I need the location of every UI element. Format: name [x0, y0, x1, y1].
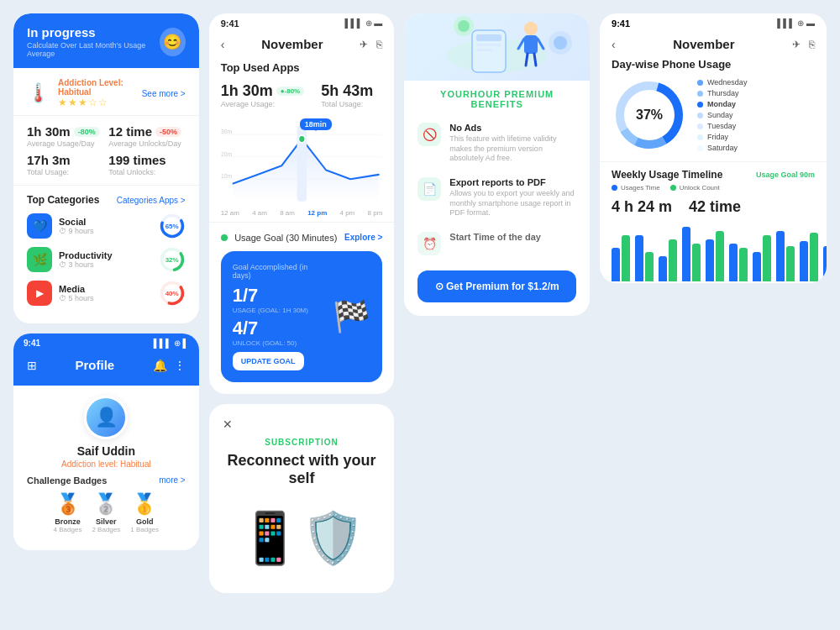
usage-summary: 1h 30m ●-80% Average Usage: 5h 43m Total… — [209, 82, 395, 117]
profile-status-bar: 9:41 ▌▌▌ ⊕ ▌ — [13, 333, 199, 353]
total-usage-item: 5h 43m Total Usage: — [321, 82, 373, 108]
close-btn[interactable]: ✕ — [223, 417, 381, 431]
badges-title: Challenge Badges — [27, 475, 107, 486]
see-more-link[interactable]: See more > — [142, 89, 186, 98]
export-pdf-desc: Allows you to export your weekly and mon… — [449, 189, 576, 218]
badge-silver: 🥈 Silver 2 Badges — [92, 492, 120, 533]
bar-group-7 — [753, 235, 771, 281]
bar-group-10 — [823, 246, 827, 281]
monday-label: Monday — [707, 100, 736, 108]
svg-rect-18 — [476, 44, 501, 46]
goal-sub2: UNLOCK (GOAL: 50) — [233, 339, 325, 347]
bar-chart — [612, 224, 815, 283]
profile-action-icons: 🔔 ⋮ — [153, 359, 186, 372]
total-usage-label: Total Usage: — [321, 100, 373, 108]
category-productivity: 🌿 Productivity ⏱ 3 hours 32% — [27, 246, 186, 273]
weekly-goal: Usage Goal 90m — [756, 171, 815, 179]
svg-line-24 — [526, 54, 528, 66]
productivity-pct: 32% — [165, 256, 179, 264]
usage-goal-row: Usage Goal (30 Minutes) Explore > — [209, 222, 395, 251]
category-media: ▶ Media ⏱ 5 hours 40% — [27, 280, 186, 307]
legend-friday: Friday — [697, 133, 747, 141]
stats-grid: 1h 30m -80% Average Usage/Day 12 time -5… — [13, 116, 199, 186]
media-icon: ▶ — [27, 281, 52, 306]
bookmark-icon[interactable]: ⎘ — [376, 39, 382, 50]
bar-green-6 — [739, 248, 748, 281]
weekly-time-val: 4 h 24 m — [612, 198, 672, 216]
stat-avg-unlocks-val: 12 time — [108, 124, 152, 139]
weekly-stat-time: 4 h 24 m — [612, 198, 672, 216]
label-4am: 4 am — [252, 209, 267, 217]
daywise-month: November — [673, 37, 734, 51]
daywise-share-icon[interactable]: ✈ — [792, 39, 801, 50]
profile-status-icons: ▌▌▌ ⊕ ▌ — [154, 339, 189, 348]
chart-nav-icons: ✈ ⎘ — [360, 39, 382, 50]
chart-back-btn[interactable]: ‹ — [221, 38, 225, 51]
update-goal-btn[interactable]: UPDATE GOAL — [233, 352, 304, 370]
social-icon: 💙 — [27, 213, 52, 239]
goal-accomplished-card: Goal Accomplished (in days) 1/7 USAGE (G… — [221, 251, 383, 382]
badges-more[interactable]: more > — [159, 475, 185, 486]
legend-usages: Usages Time — [612, 184, 660, 192]
bell-icon[interactable]: 🔔 — [153, 359, 167, 372]
badges-section: Challenge Badges more > 🥉 Bronze 4 Badge… — [27, 469, 186, 540]
top-used-title: Top Used Apps — [209, 58, 395, 82]
legend-wednesday: Wednesday — [697, 78, 747, 87]
usages-label: Usages Time — [621, 184, 660, 192]
label-8am: 8 am — [280, 209, 295, 217]
chart-nav: ‹ November ✈ ⎘ — [209, 34, 395, 58]
stat-avg-unlocks-label: Average Unlocks/Day — [108, 139, 185, 148]
bronze-label: Bronze — [54, 517, 82, 526]
export-pdf-icon: 📄 — [417, 177, 441, 201]
social-name: Social — [59, 217, 152, 227]
more-icon[interactable]: ⋮ — [174, 359, 186, 372]
media-name: Media — [59, 284, 152, 294]
goal-text: Usage Goal (30 Minutes) — [234, 233, 337, 243]
bar-group-1 — [612, 235, 630, 281]
svg-text:20m: 20m — [221, 150, 232, 157]
daywise-pct: 37% — [636, 108, 663, 123]
bar-blue-10 — [823, 246, 827, 281]
get-premium-btn[interactable]: ⊙ Get Premium for $1.2/m — [417, 270, 576, 302]
goal-sub1: USAGE (GOAL: 1H 30M) — [233, 307, 325, 314]
bar-group-4 — [682, 227, 701, 281]
in-progress-header: In progress Calculate Over Last Month's … — [13, 13, 199, 68]
share-icon[interactable]: ✈ — [360, 39, 368, 50]
svg-rect-21 — [524, 35, 538, 54]
gold-icon: 🥇 — [130, 492, 159, 516]
avg-usage-val: 1h 30m — [221, 82, 273, 100]
categories-link[interactable]: Categories Apps > — [117, 196, 186, 205]
grid-icon[interactable]: ⊞ — [27, 359, 37, 372]
saturday-label: Saturday — [707, 144, 738, 152]
bar-green-9 — [810, 233, 818, 281]
daywise-card: 9:41 ▌▌▌ ⊕ ▬ ‹ November ✈ ⎘ Day-wise Pho… — [600, 13, 827, 283]
thursday-label: Thursday — [707, 89, 739, 97]
productivity-donut: 32% — [159, 246, 186, 273]
explore-link[interactable]: Explore > — [344, 233, 382, 242]
friday-dot — [697, 134, 703, 140]
goal-dot — [221, 234, 228, 241]
svg-rect-19 — [476, 49, 493, 51]
stat-total-usage-label: Total Usage: — [27, 168, 103, 176]
productivity-icon: 🌿 — [27, 247, 52, 272]
badge-bronze: 🥉 Bronze 4 Badges — [54, 492, 82, 533]
daywise-back-btn[interactable]: ‹ — [612, 38, 616, 51]
categories-title: Top Categories — [27, 194, 99, 206]
svg-text:30m: 30m — [221, 129, 232, 135]
daywise-bookmark-icon[interactable]: ⎘ — [809, 39, 815, 50]
daywise-status-bar: 9:41 ▌▌▌ ⊕ ▬ — [600, 13, 827, 34]
stat-avg-unlocks-badge: -50% — [155, 127, 181, 137]
chart-x-labels: 12 am 4 am 8 am 12 pm 4 pm 8 pm — [209, 209, 395, 222]
stat-avg-usage-val: 1h 30m — [27, 124, 71, 139]
weekly-title: Weekly Usage Timeline — [612, 169, 722, 181]
daywise-legend: Wednesday Thursday Monday Sunday Tuesday — [697, 78, 747, 152]
no-ads-title: No Ads — [449, 123, 576, 133]
saturday-dot — [697, 145, 703, 151]
weekly-stat-unlocks: 42 time — [689, 198, 741, 216]
social-hours: ⏱ 9 hours — [59, 227, 152, 235]
in-progress-card: In progress Calculate Over Last Month's … — [13, 13, 199, 323]
productivity-hours: ⏱ 3 hours — [59, 260, 152, 269]
wednesday-label: Wednesday — [707, 78, 747, 87]
bar-group-2 — [635, 235, 654, 281]
goal-val2: 4/7 — [233, 318, 325, 339]
